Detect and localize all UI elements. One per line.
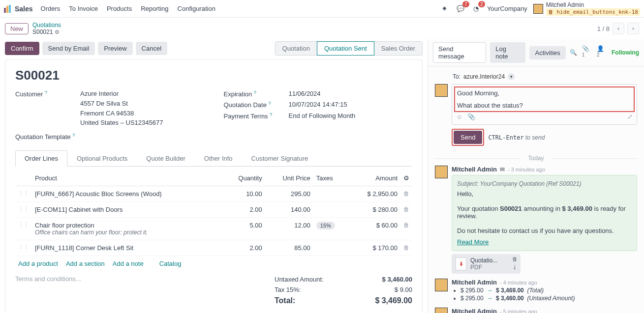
preview-button[interactable]: Preview bbox=[98, 42, 132, 55]
cell-price[interactable]: 12.00 bbox=[265, 218, 313, 240]
terms-input[interactable]: Terms and conditions... bbox=[15, 271, 81, 307]
cell-product[interactable]: [E-COM11] Cabinet with Doors bbox=[32, 202, 222, 218]
pager-info[interactable]: 1 / 8 bbox=[597, 25, 610, 32]
stage-quotation-sent[interactable]: Quotation Sent bbox=[317, 41, 374, 56]
table-row[interactable]: ⋮⋮ [FURN_6667] Acoustic Bloc Screens (Wo… bbox=[15, 186, 412, 202]
add-section[interactable]: Add a section bbox=[66, 260, 105, 267]
cell-qty[interactable]: 5.00 bbox=[222, 218, 265, 240]
menu-configuration[interactable]: Configuration bbox=[178, 5, 215, 12]
breadcrumb-parent[interactable]: Quotations bbox=[32, 22, 61, 28]
tab-quote-builder[interactable]: Quote Builder bbox=[137, 150, 195, 166]
envelope-icon[interactable]: ✉ bbox=[500, 166, 505, 173]
trash-icon[interactable]: 🗑 bbox=[400, 240, 412, 256]
to-recipient[interactable]: azure.Interior24 bbox=[463, 73, 505, 80]
attachment[interactable]: ⬇ Quotatio...PDF 🗑⭳ bbox=[452, 254, 521, 274]
menu-products[interactable]: Products bbox=[107, 5, 132, 12]
search-icon[interactable]: 🔍 bbox=[570, 49, 577, 56]
label-quotation-date: Quotation Date bbox=[224, 102, 267, 109]
author[interactable]: Mitchell Admin bbox=[452, 279, 497, 286]
confirm-button[interactable]: Confirm bbox=[5, 42, 39, 55]
messaging-icon[interactable]: 💬7 bbox=[456, 4, 465, 14]
trash-icon[interactable]: 🗑 bbox=[512, 256, 518, 262]
expiration-value[interactable]: 11/06/2024 bbox=[289, 90, 321, 98]
download-icon[interactable]: ⭳ bbox=[512, 264, 518, 270]
menu-orders[interactable]: Orders bbox=[41, 5, 61, 12]
col-settings-icon[interactable]: ⚙ bbox=[400, 171, 412, 186]
cell-tax[interactable] bbox=[313, 202, 349, 218]
stage-quotation[interactable]: Quotation bbox=[275, 41, 317, 56]
tab-order-lines[interactable]: Order Lines bbox=[15, 150, 67, 167]
payment-terms-value[interactable]: End of Following Month bbox=[289, 112, 356, 120]
following-label[interactable]: Following bbox=[612, 49, 639, 56]
emoji-icon[interactable]: ☺ bbox=[456, 113, 462, 120]
add-product[interactable]: Add a product bbox=[18, 260, 58, 267]
cell-tax[interactable] bbox=[313, 186, 349, 202]
expand-icon[interactable]: ⤢ bbox=[627, 113, 633, 120]
new-button[interactable]: New bbox=[5, 23, 29, 34]
order-lines-table: Product Quantity Unit Price Taxes Amount… bbox=[15, 171, 412, 256]
trash-icon[interactable]: 🗑 bbox=[400, 202, 412, 218]
cell-product[interactable]: Chair floor protectionOffice chairs can … bbox=[32, 218, 222, 240]
chatter-tab-log[interactable]: Log note bbox=[490, 42, 525, 63]
tab-optional-products[interactable]: Optional Products bbox=[67, 150, 137, 166]
table-row[interactable]: ⋮⋮ [FURN_1118] Corner Desk Left Sit 2.00… bbox=[15, 240, 412, 256]
drag-handle[interactable]: ⋮⋮ bbox=[15, 202, 32, 218]
read-more[interactable]: Read More bbox=[457, 238, 489, 246]
chatter-tab-activities[interactable]: Activities bbox=[529, 46, 565, 59]
cell-tax[interactable]: 15% bbox=[313, 218, 349, 240]
catalog[interactable]: Catalog bbox=[159, 260, 182, 267]
menu-reporting[interactable]: Reporting bbox=[141, 5, 168, 12]
menu-to-invoice[interactable]: To Invoice bbox=[69, 5, 98, 12]
tab-other-info[interactable]: Other Info bbox=[195, 150, 242, 166]
stage-sales-order[interactable]: Sales Order bbox=[374, 41, 423, 56]
drag-handle[interactable]: ⋮⋮ bbox=[15, 186, 32, 202]
cell-qty[interactable]: 10.00 bbox=[222, 186, 265, 202]
pdf-icon: ⬇ bbox=[456, 257, 466, 270]
message-input[interactable]: Good Morning, What about the status? ☺ 📎… bbox=[452, 84, 637, 125]
cell-price[interactable]: 85.00 bbox=[265, 240, 313, 256]
attach-icon[interactable]: 📎 bbox=[467, 113, 475, 120]
top-menu: Orders To Invoice Products Reporting Con… bbox=[41, 5, 215, 12]
bug-icon[interactable]: ✷ bbox=[440, 4, 450, 14]
label-expiration: Expiration bbox=[224, 90, 252, 98]
label-template: Quotation Template bbox=[15, 133, 71, 141]
add-note[interactable]: Add a note bbox=[113, 260, 144, 267]
cell-product[interactable]: [FURN_1118] Corner Desk Left Sit bbox=[32, 240, 222, 256]
avatar bbox=[533, 4, 543, 14]
attachment-icon[interactable]: 📎1 bbox=[582, 45, 592, 60]
cancel-button[interactable]: Cancel bbox=[136, 42, 167, 55]
followers-icon[interactable]: 👤2 bbox=[597, 45, 607, 60]
trash-icon[interactable]: 🗑 bbox=[400, 186, 412, 202]
send-email-button[interactable]: Send by Email bbox=[42, 42, 95, 55]
chatter-tab-send[interactable]: Send message bbox=[433, 42, 486, 63]
quotation-date-value[interactable]: 10/07/2024 14:47:15 bbox=[289, 101, 347, 109]
author[interactable]: Mitchell Admin bbox=[452, 308, 497, 313]
activities-icon[interactable]: ◔2 bbox=[471, 4, 481, 14]
company-switcher[interactable]: YourCompany bbox=[487, 5, 527, 12]
pager-next[interactable]: › bbox=[627, 23, 639, 34]
trash-icon[interactable]: 🗑 bbox=[400, 218, 412, 240]
cell-product[interactable]: [FURN_6667] Acoustic Bloc Screens (Wood) bbox=[32, 186, 222, 202]
table-row[interactable]: ⋮⋮ [E-COM11] Cabinet with Doors 2.00 140… bbox=[15, 202, 412, 218]
customer-value[interactable]: Azure Interior bbox=[80, 90, 119, 98]
cell-qty[interactable]: 2.00 bbox=[222, 240, 265, 256]
author[interactable]: Mitchell Admin bbox=[452, 166, 497, 173]
tab-customer-signature[interactable]: Customer Signature bbox=[242, 150, 318, 166]
chat-badge: 7 bbox=[462, 1, 469, 7]
cell-qty[interactable]: 2.00 bbox=[222, 202, 265, 218]
cell-tax[interactable] bbox=[313, 240, 349, 256]
record-title: S00021 bbox=[15, 68, 412, 83]
gear-icon[interactable]: ⚙ bbox=[55, 29, 60, 35]
composer-avatar bbox=[435, 84, 448, 97]
cell-price[interactable]: 295.00 bbox=[265, 186, 313, 202]
pager-prev[interactable]: ‹ bbox=[613, 23, 624, 34]
app-brand[interactable]: Sales bbox=[4, 5, 33, 13]
drag-handle[interactable]: ⋮⋮ bbox=[15, 218, 32, 240]
cell-price[interactable]: 140.00 bbox=[265, 202, 313, 218]
drag-handle[interactable]: ⋮⋮ bbox=[15, 240, 32, 256]
message-avatar bbox=[435, 166, 448, 178]
table-row[interactable]: ⋮⋮ Chair floor protectionOffice chairs c… bbox=[15, 218, 412, 240]
chevron-down-icon[interactable]: ▾ bbox=[508, 73, 515, 80]
send-button[interactable]: Send bbox=[454, 131, 482, 144]
user-menu[interactable]: Mitchell Admin 🗑 hide_email_buttons_knk-… bbox=[533, 1, 640, 16]
